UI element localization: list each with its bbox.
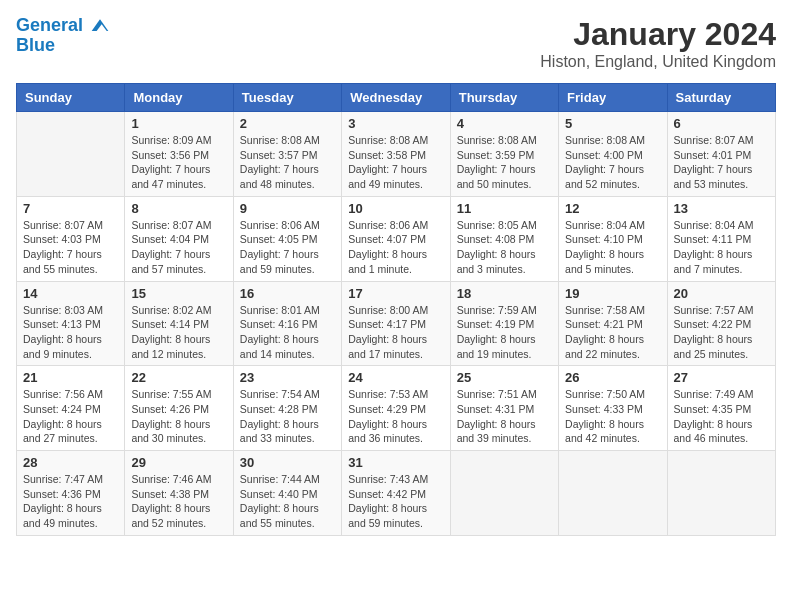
- day-number: 19: [565, 286, 660, 301]
- calendar-cell: [17, 112, 125, 197]
- day-number: 17: [348, 286, 443, 301]
- logo: General Blue: [16, 16, 110, 56]
- calendar-cell: 2Sunrise: 8:08 AMSunset: 3:57 PMDaylight…: [233, 112, 341, 197]
- calendar-cell: [667, 451, 775, 536]
- day-info: Sunrise: 8:06 AMSunset: 4:05 PMDaylight:…: [240, 218, 335, 277]
- day-info: Sunrise: 8:04 AMSunset: 4:11 PMDaylight:…: [674, 218, 769, 277]
- day-number: 18: [457, 286, 552, 301]
- calendar-cell: 9Sunrise: 8:06 AMSunset: 4:05 PMDaylight…: [233, 196, 341, 281]
- calendar-cell: 23Sunrise: 7:54 AMSunset: 4:28 PMDayligh…: [233, 366, 341, 451]
- day-info: Sunrise: 7:51 AMSunset: 4:31 PMDaylight:…: [457, 387, 552, 446]
- day-number: 23: [240, 370, 335, 385]
- calendar-cell: 20Sunrise: 7:57 AMSunset: 4:22 PMDayligh…: [667, 281, 775, 366]
- day-number: 14: [23, 286, 118, 301]
- calendar-cell: 16Sunrise: 8:01 AMSunset: 4:16 PMDayligh…: [233, 281, 341, 366]
- day-info: Sunrise: 8:06 AMSunset: 4:07 PMDaylight:…: [348, 218, 443, 277]
- header-wednesday: Wednesday: [342, 84, 450, 112]
- logo-text: General: [16, 16, 110, 36]
- day-number: 5: [565, 116, 660, 131]
- calendar-week-3: 14Sunrise: 8:03 AMSunset: 4:13 PMDayligh…: [17, 281, 776, 366]
- calendar-cell: 24Sunrise: 7:53 AMSunset: 4:29 PMDayligh…: [342, 366, 450, 451]
- calendar-cell: 6Sunrise: 8:07 AMSunset: 4:01 PMDaylight…: [667, 112, 775, 197]
- calendar-cell: 8Sunrise: 8:07 AMSunset: 4:04 PMDaylight…: [125, 196, 233, 281]
- calendar-week-2: 7Sunrise: 8:07 AMSunset: 4:03 PMDaylight…: [17, 196, 776, 281]
- calendar-cell: 5Sunrise: 8:08 AMSunset: 4:00 PMDaylight…: [559, 112, 667, 197]
- day-number: 4: [457, 116, 552, 131]
- day-info: Sunrise: 7:56 AMSunset: 4:24 PMDaylight:…: [23, 387, 118, 446]
- day-number: 20: [674, 286, 769, 301]
- day-info: Sunrise: 7:50 AMSunset: 4:33 PMDaylight:…: [565, 387, 660, 446]
- day-number: 7: [23, 201, 118, 216]
- day-number: 3: [348, 116, 443, 131]
- day-number: 11: [457, 201, 552, 216]
- day-number: 13: [674, 201, 769, 216]
- day-info: Sunrise: 8:01 AMSunset: 4:16 PMDaylight:…: [240, 303, 335, 362]
- calendar-cell: 28Sunrise: 7:47 AMSunset: 4:36 PMDayligh…: [17, 451, 125, 536]
- day-info: Sunrise: 8:08 AMSunset: 3:58 PMDaylight:…: [348, 133, 443, 192]
- day-info: Sunrise: 8:08 AMSunset: 3:57 PMDaylight:…: [240, 133, 335, 192]
- calendar-title: January 2024: [540, 16, 776, 53]
- calendar-cell: 31Sunrise: 7:43 AMSunset: 4:42 PMDayligh…: [342, 451, 450, 536]
- day-info: Sunrise: 8:07 AMSunset: 4:03 PMDaylight:…: [23, 218, 118, 277]
- calendar-body: 1Sunrise: 8:09 AMSunset: 3:56 PMDaylight…: [17, 112, 776, 536]
- day-info: Sunrise: 8:09 AMSunset: 3:56 PMDaylight:…: [131, 133, 226, 192]
- calendar-cell: [559, 451, 667, 536]
- day-info: Sunrise: 8:02 AMSunset: 4:14 PMDaylight:…: [131, 303, 226, 362]
- day-info: Sunrise: 7:43 AMSunset: 4:42 PMDaylight:…: [348, 472, 443, 531]
- calendar-cell: 1Sunrise: 8:09 AMSunset: 3:56 PMDaylight…: [125, 112, 233, 197]
- logo-blue: Blue: [16, 36, 55, 56]
- day-number: 1: [131, 116, 226, 131]
- day-info: Sunrise: 7:55 AMSunset: 4:26 PMDaylight:…: [131, 387, 226, 446]
- calendar-cell: 25Sunrise: 7:51 AMSunset: 4:31 PMDayligh…: [450, 366, 558, 451]
- day-number: 25: [457, 370, 552, 385]
- calendar-cell: 10Sunrise: 8:06 AMSunset: 4:07 PMDayligh…: [342, 196, 450, 281]
- day-info: Sunrise: 7:53 AMSunset: 4:29 PMDaylight:…: [348, 387, 443, 446]
- day-info: Sunrise: 7:44 AMSunset: 4:40 PMDaylight:…: [240, 472, 335, 531]
- calendar-cell: 26Sunrise: 7:50 AMSunset: 4:33 PMDayligh…: [559, 366, 667, 451]
- header-thursday: Thursday: [450, 84, 558, 112]
- calendar-cell: [450, 451, 558, 536]
- calendar-cell: 22Sunrise: 7:55 AMSunset: 4:26 PMDayligh…: [125, 366, 233, 451]
- day-info: Sunrise: 7:58 AMSunset: 4:21 PMDaylight:…: [565, 303, 660, 362]
- day-number: 16: [240, 286, 335, 301]
- day-number: 26: [565, 370, 660, 385]
- calendar-subtitle: Histon, England, United Kingdom: [540, 53, 776, 71]
- day-info: Sunrise: 8:00 AMSunset: 4:17 PMDaylight:…: [348, 303, 443, 362]
- day-number: 6: [674, 116, 769, 131]
- calendar-cell: 13Sunrise: 8:04 AMSunset: 4:11 PMDayligh…: [667, 196, 775, 281]
- calendar-cell: 11Sunrise: 8:05 AMSunset: 4:08 PMDayligh…: [450, 196, 558, 281]
- calendar-cell: 12Sunrise: 8:04 AMSunset: 4:10 PMDayligh…: [559, 196, 667, 281]
- day-info: Sunrise: 8:07 AMSunset: 4:01 PMDaylight:…: [674, 133, 769, 192]
- day-info: Sunrise: 8:07 AMSunset: 4:04 PMDaylight:…: [131, 218, 226, 277]
- day-info: Sunrise: 7:46 AMSunset: 4:38 PMDaylight:…: [131, 472, 226, 531]
- calendar-cell: 29Sunrise: 7:46 AMSunset: 4:38 PMDayligh…: [125, 451, 233, 536]
- header-sunday: Sunday: [17, 84, 125, 112]
- day-info: Sunrise: 7:47 AMSunset: 4:36 PMDaylight:…: [23, 472, 118, 531]
- day-number: 9: [240, 201, 335, 216]
- day-info: Sunrise: 8:05 AMSunset: 4:08 PMDaylight:…: [457, 218, 552, 277]
- calendar-week-5: 28Sunrise: 7:47 AMSunset: 4:36 PMDayligh…: [17, 451, 776, 536]
- calendar-cell: 7Sunrise: 8:07 AMSunset: 4:03 PMDaylight…: [17, 196, 125, 281]
- day-number: 31: [348, 455, 443, 470]
- calendar-cell: 19Sunrise: 7:58 AMSunset: 4:21 PMDayligh…: [559, 281, 667, 366]
- day-number: 2: [240, 116, 335, 131]
- calendar-cell: 18Sunrise: 7:59 AMSunset: 4:19 PMDayligh…: [450, 281, 558, 366]
- header-row: Sunday Monday Tuesday Wednesday Thursday…: [17, 84, 776, 112]
- calendar-header: Sunday Monday Tuesday Wednesday Thursday…: [17, 84, 776, 112]
- day-info: Sunrise: 8:04 AMSunset: 4:10 PMDaylight:…: [565, 218, 660, 277]
- calendar-cell: 21Sunrise: 7:56 AMSunset: 4:24 PMDayligh…: [17, 366, 125, 451]
- day-info: Sunrise: 7:49 AMSunset: 4:35 PMDaylight:…: [674, 387, 769, 446]
- header-monday: Monday: [125, 84, 233, 112]
- calendar-cell: 4Sunrise: 8:08 AMSunset: 3:59 PMDaylight…: [450, 112, 558, 197]
- day-number: 29: [131, 455, 226, 470]
- calendar-cell: 17Sunrise: 8:00 AMSunset: 4:17 PMDayligh…: [342, 281, 450, 366]
- day-number: 28: [23, 455, 118, 470]
- page-header: General Blue January 2024 Histon, Englan…: [16, 16, 776, 71]
- calendar-cell: 3Sunrise: 8:08 AMSunset: 3:58 PMDaylight…: [342, 112, 450, 197]
- day-number: 27: [674, 370, 769, 385]
- day-number: 30: [240, 455, 335, 470]
- calendar-cell: 30Sunrise: 7:44 AMSunset: 4:40 PMDayligh…: [233, 451, 341, 536]
- calendar-cell: 15Sunrise: 8:02 AMSunset: 4:14 PMDayligh…: [125, 281, 233, 366]
- day-info: Sunrise: 7:54 AMSunset: 4:28 PMDaylight:…: [240, 387, 335, 446]
- header-tuesday: Tuesday: [233, 84, 341, 112]
